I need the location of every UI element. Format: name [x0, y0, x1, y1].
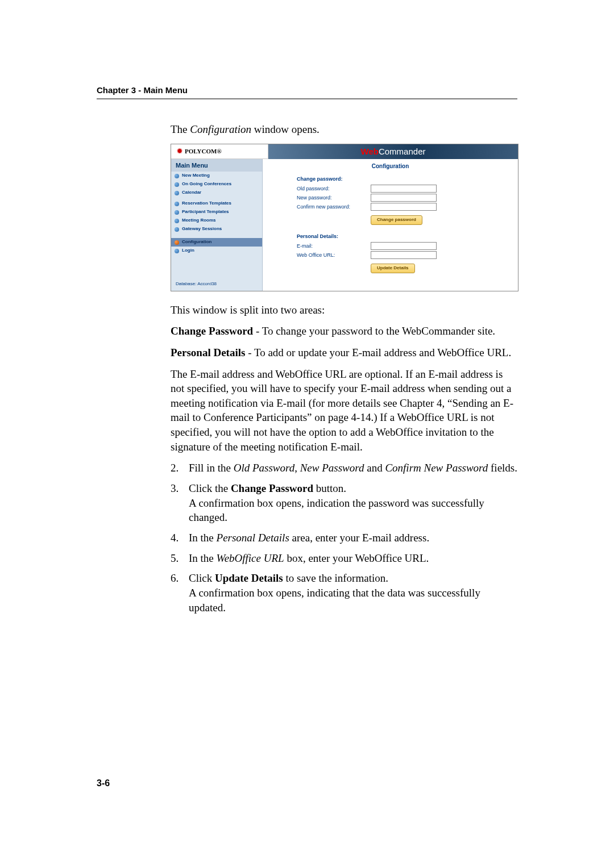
intro-sentence: The Configuration window opens.: [171, 122, 517, 137]
new-password-label: New password:: [297, 194, 371, 201]
step-body: Click Update Details to save the informa…: [189, 571, 517, 615]
page-number: 3-6: [97, 778, 110, 788]
weboffice-row: Web Office URL:: [297, 251, 507, 259]
sidebar-item-meeting-rooms[interactable]: Meeting Rooms: [171, 216, 262, 225]
database-value: Accord38: [197, 281, 217, 286]
sidebar-item-label: Gateway Sessions: [182, 227, 222, 232]
t: area, enter your E-mail address.: [289, 532, 429, 544]
sidebar-item-ongoing[interactable]: On Going Conferences: [171, 180, 262, 189]
change-password-button-row: Change password: [297, 212, 507, 225]
dot-icon: [175, 210, 179, 215]
confirm-password-field[interactable]: [371, 203, 437, 211]
t: button.: [313, 482, 346, 494]
update-details-bold: Update Details: [215, 572, 283, 584]
database-label: Database:: [176, 281, 196, 286]
t: In the: [189, 552, 217, 564]
step-3: 3. Click the Change Password button. A c…: [171, 481, 517, 525]
t: box, enter your WebOffice URL.: [284, 552, 429, 564]
sidebar-item-participant-templates[interactable]: Participant Templates: [171, 208, 262, 216]
change-password-bold: Change Password: [171, 325, 253, 337]
sidebar-item-label: Reservation Templates: [182, 201, 231, 206]
intro-post: window opens.: [251, 123, 320, 135]
sidebar: Main Menu New Meeting On Going Conferenc…: [171, 159, 263, 291]
personal-details-rest: - To add or update your E-mail address a…: [245, 347, 511, 358]
sidebar-title: Main Menu: [171, 159, 262, 172]
step-body: In the WebOffice URL box, enter your Web…: [189, 551, 517, 566]
content-title: Configuration: [263, 159, 518, 174]
product-name-suffix: Commander: [379, 146, 426, 157]
step-2: 2. Fill in the Old Password, New Passwor…: [171, 461, 517, 475]
chapter-header: Chapter 3 - Main Menu: [97, 85, 517, 98]
t: A confirmation box opens, indication the…: [189, 497, 484, 524]
old-password-field[interactable]: [371, 185, 437, 193]
personal-details-heading: Personal Details:: [297, 233, 507, 240]
change-password-button[interactable]: Change password: [371, 215, 422, 225]
new-password-italic: New Password: [300, 462, 364, 474]
step-6: 6. Click Update Details to save the info…: [171, 571, 517, 615]
sidebar-item-label: Login: [182, 248, 194, 253]
confirm-password-italic: Confirm New Password: [385, 462, 488, 474]
dot-icon: [175, 174, 179, 178]
old-password-label: Old password:: [297, 185, 371, 192]
t: and: [364, 462, 385, 474]
step-number: 2.: [171, 461, 189, 475]
intro-em: Configuration: [190, 123, 251, 135]
sidebar-item-label: Calendar: [182, 190, 201, 195]
brand-reg: ®: [217, 147, 221, 156]
dot-icon: [175, 219, 179, 223]
t: fields.: [488, 462, 517, 474]
sidebar-item-configuration[interactable]: Configuration: [171, 238, 262, 247]
sidebar-item-login[interactable]: Login: [171, 247, 262, 255]
email-row: E-mail:: [297, 242, 507, 250]
change-password-button-bold: Change Password: [231, 482, 313, 494]
update-details-button-row: Update Details: [297, 260, 507, 273]
personal-details-bold: Personal Details: [171, 347, 245, 358]
t: Fill in the: [189, 462, 234, 474]
change-password-heading: Change password:: [297, 176, 507, 182]
step-body: In the Personal Details area, enter your…: [189, 531, 517, 545]
brand-area: ✹ POLYCOM®: [171, 144, 268, 159]
brand-text: POLYCOM: [185, 147, 217, 156]
step-number: 4.: [171, 531, 189, 545]
personal-details-italic: Personal Details: [217, 532, 289, 544]
confirm-password-label: Confirm new password:: [297, 203, 371, 210]
webcommander-screenshot: ✹ POLYCOM® WebCommander Main Menu New Me…: [171, 144, 518, 291]
step-5: 5. In the WebOffice URL box, enter your …: [171, 551, 517, 566]
step-body: Click the Change Password button. A conf…: [189, 481, 517, 525]
t: Click the: [189, 482, 231, 494]
polycom-logo-icon: ✹: [177, 147, 182, 156]
paragraph-personal-details: Personal Details - To add or update your…: [171, 345, 517, 360]
app-body: Main Menu New Meeting On Going Conferenc…: [171, 159, 518, 291]
old-password-italic: Old Password: [234, 462, 295, 474]
step-number: 6.: [171, 571, 189, 615]
t: to save the information.: [283, 572, 388, 584]
content-area: Configuration Change password: Old passw…: [263, 159, 518, 291]
sidebar-item-new-meeting[interactable]: New Meeting: [171, 172, 262, 180]
product-banner: WebCommander: [268, 144, 518, 159]
sidebar-item-label: On Going Conferences: [182, 182, 231, 187]
t: Click: [189, 572, 215, 584]
paragraph-split-areas: This window is split into two areas:: [171, 303, 517, 318]
new-password-row: New password:: [297, 194, 507, 202]
step-4: 4. In the Personal Details area, enter y…: [171, 531, 517, 545]
dot-icon: [175, 202, 179, 206]
email-field[interactable]: [371, 242, 437, 250]
sidebar-item-calendar[interactable]: Calendar: [171, 189, 262, 197]
change-password-rest: - To change your password to the WebComm…: [253, 325, 495, 337]
sidebar-database: Database: Accord38: [171, 278, 262, 291]
step-number: 3.: [171, 481, 189, 525]
sidebar-item-gateway-sessions[interactable]: Gateway Sessions: [171, 225, 262, 233]
update-details-button[interactable]: Update Details: [371, 264, 415, 273]
sidebar-item-label: Participant Templates: [182, 210, 229, 215]
new-password-field[interactable]: [371, 194, 437, 202]
dot-icon: [175, 227, 179, 232]
document-page: Chapter 3 - Main Menu The Configuration …: [0, 0, 614, 868]
product-name-prefix: Web: [361, 146, 379, 157]
app-topbar: ✹ POLYCOM® WebCommander: [171, 144, 518, 159]
weboffice-field[interactable]: [371, 251, 437, 259]
dot-icon: [175, 249, 179, 253]
change-password-block: Change password: Old password: New passw…: [263, 173, 518, 231]
t: A confirmation box opens, indicating tha…: [189, 587, 480, 614]
sidebar-item-reservation-templates[interactable]: Reservation Templates: [171, 199, 262, 208]
dot-icon: [175, 191, 179, 195]
